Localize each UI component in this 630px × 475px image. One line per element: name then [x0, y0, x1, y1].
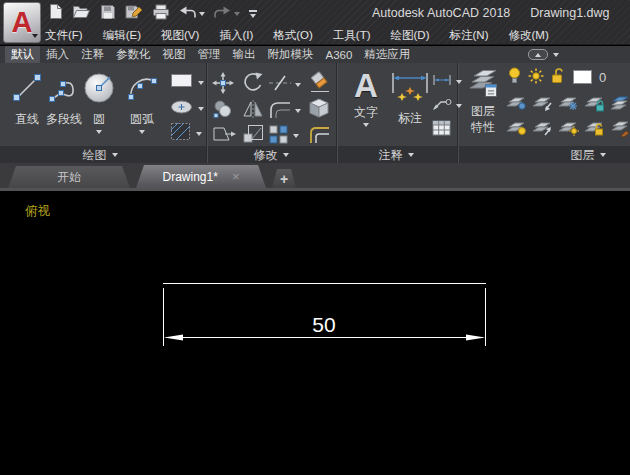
panel-separator: [336, 63, 337, 163]
array-dropdown-icon[interactable]: [293, 134, 299, 138]
close-tab-icon[interactable]: ×: [232, 170, 240, 183]
layer-match-button[interactable]: [610, 119, 630, 140]
hatch-dropdown-icon[interactable]: [196, 132, 202, 136]
menu-dimension[interactable]: 标注(N): [450, 28, 489, 43]
ellipse-dropdown-icon[interactable]: [198, 107, 204, 111]
ribbon-tab-manage[interactable]: 管理: [192, 46, 227, 63]
text-tool-button[interactable]: A 文字: [347, 69, 385, 127]
array-icon: [268, 124, 290, 147]
scale-tool-button[interactable]: [242, 124, 264, 147]
minimize-ribbon-dropdown-icon[interactable]: [553, 53, 559, 57]
ribbon-tab-insert[interactable]: 插入: [40, 46, 75, 63]
menu-format[interactable]: 格式(O): [273, 28, 313, 43]
open-file-button[interactable]: [72, 4, 91, 23]
layer-off-button[interactable]: [506, 94, 528, 115]
dimension-entity[interactable]: 50: [0, 191, 630, 475]
text-icon: A: [354, 69, 378, 102]
panel-expand-icon: [408, 153, 414, 157]
layer-isolate-button[interactable]: [532, 94, 554, 115]
plot-button[interactable]: [152, 4, 170, 24]
drawing-canvas[interactable]: 俯视 50: [0, 191, 630, 475]
undo-button[interactable]: [179, 5, 205, 23]
ribbon-tab-featured-apps[interactable]: 精选应用: [358, 46, 416, 63]
table-button[interactable]: [432, 120, 451, 139]
layer-on-button[interactable]: [506, 119, 528, 140]
ribbon-tab-home[interactable]: 默认: [5, 46, 40, 63]
layer-freeze-icon: [558, 94, 580, 115]
file-tab-drawing1[interactable]: Drawing1* ×: [136, 165, 266, 188]
layers-panel-label[interactable]: 图层: [556, 147, 620, 163]
file-tab-start[interactable]: 开始: [8, 166, 130, 188]
redo-dropdown-icon[interactable]: [234, 12, 240, 16]
dimension-tool-button[interactable]: 标注: [389, 71, 431, 127]
minimize-ribbon-button[interactable]: [528, 49, 548, 60]
undo-dropdown-icon[interactable]: [199, 12, 205, 16]
annotation-panel-label[interactable]: 注释: [356, 147, 436, 163]
rectangle-tool-button[interactable]: [170, 73, 204, 92]
dimension-text[interactable]: 50: [312, 313, 335, 336]
copy-tool-button[interactable]: [212, 99, 234, 122]
ribbon-tab-view[interactable]: 视图: [157, 46, 192, 63]
ribbon-tab-a360[interactable]: A360: [320, 48, 359, 62]
save-button[interactable]: [100, 4, 116, 24]
menu-draw[interactable]: 绘图(D): [391, 28, 430, 43]
layer-unisolate-button[interactable]: [532, 119, 554, 140]
fillet-tool-button[interactable]: [268, 99, 301, 122]
save-as-button[interactable]: [125, 4, 143, 24]
layer-properties-button[interactable]: 图层 特性: [461, 68, 505, 136]
array-tool-button[interactable]: [268, 124, 299, 147]
menu-modify[interactable]: 修改(M): [508, 28, 548, 43]
ribbon-tab-addins[interactable]: 附加模块: [262, 46, 320, 63]
customize-quick-access-button[interactable]: [249, 10, 257, 18]
application-menu-button[interactable]: A: [3, 2, 41, 43]
rectangle-dropdown-icon[interactable]: [198, 81, 204, 85]
ribbon-tab-annotate[interactable]: 注释: [75, 46, 110, 63]
layer-lock-button[interactable]: [584, 94, 606, 115]
draw-panel-label[interactable]: 绘图: [60, 147, 140, 163]
menu-view[interactable]: 视图(V): [161, 28, 199, 43]
arc-tool-button[interactable]: 圆弧: [122, 70, 162, 134]
rectangle-icon: [170, 73, 194, 92]
linear-dimension-button[interactable]: [432, 74, 462, 89]
redo-button[interactable]: [214, 5, 240, 23]
erase-tool-button[interactable]: [308, 71, 332, 96]
move-tool-button[interactable]: [212, 72, 234, 97]
explode-icon: [308, 98, 330, 121]
stretch-tool-button[interactable]: [212, 124, 236, 147]
text-dropdown-icon[interactable]: [363, 123, 369, 127]
circle-dropdown-icon[interactable]: [96, 130, 102, 134]
rotate-tool-button[interactable]: [242, 72, 264, 97]
layer-properties-icon: [468, 68, 498, 101]
menu-insert[interactable]: 插入(I): [219, 28, 253, 43]
trim-tool-button[interactable]: [268, 74, 301, 95]
mirror-tool-button[interactable]: [242, 99, 264, 122]
explode-tool-button[interactable]: [308, 98, 330, 121]
layer-freeze-button[interactable]: [558, 94, 580, 115]
menu-file[interactable]: 文件(F): [45, 28, 83, 43]
offset-tool-button[interactable]: [308, 124, 330, 147]
undo-icon: [179, 5, 196, 23]
leader-button[interactable]: [432, 97, 462, 114]
layer-thaw-button[interactable]: [558, 119, 580, 140]
layer-thaw-sun-icon[interactable]: [528, 68, 544, 87]
layer-unlock-icon[interactable]: [551, 68, 566, 87]
layer-color-swatch[interactable]: [573, 70, 592, 84]
circle-tool-button[interactable]: 圆: [80, 68, 118, 134]
layer-unlock-button[interactable]: [584, 119, 606, 140]
layer-make-current-button[interactable]: [610, 94, 630, 115]
new-drawing-tab-button[interactable]: +: [272, 169, 296, 188]
layer-on-bulb-icon[interactable]: [508, 67, 521, 87]
arc-dropdown-icon[interactable]: [139, 130, 145, 134]
menu-edit[interactable]: 编辑(E): [103, 28, 141, 43]
layer-control-dropdown[interactable]: 0: [508, 67, 606, 87]
ribbon-tab-output[interactable]: 输出: [227, 46, 262, 63]
trim-dropdown-icon[interactable]: [295, 83, 301, 87]
ellipse-tool-button[interactable]: [170, 99, 204, 118]
ribbon-tab-parametric[interactable]: 参数化: [110, 46, 157, 63]
trim-icon: [268, 74, 292, 95]
hatch-tool-button[interactable]: [170, 122, 202, 145]
new-file-button[interactable]: [48, 3, 63, 24]
fillet-dropdown-icon[interactable]: [295, 109, 301, 113]
menu-tools[interactable]: 工具(T): [333, 28, 371, 43]
modify-panel-label[interactable]: 修改: [231, 147, 311, 163]
